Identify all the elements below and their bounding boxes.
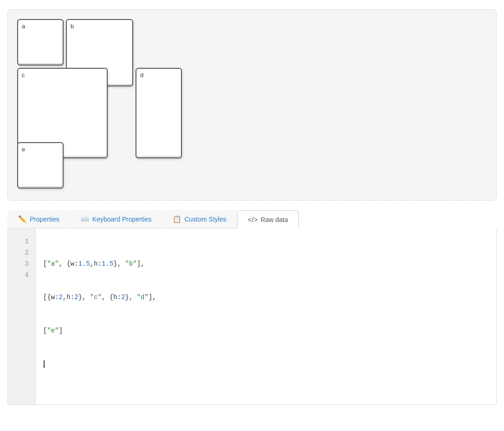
tab-properties[interactable]: ✏️ Properties: [7, 210, 70, 229]
key-layout: a b c d e: [17, 19, 184, 191]
line-number-4: 4: [8, 269, 35, 281]
code-line-4: [43, 359, 489, 370]
key-c-label: c: [22, 72, 25, 78]
line-number-1: 1: [8, 236, 35, 247]
code-line-3: ["e"]: [43, 325, 489, 336]
tab-custom-styles-label: Custom Styles: [184, 216, 226, 223]
line-number-3: 3: [8, 258, 35, 269]
tab-custom-styles[interactable]: 📋 Custom Styles: [162, 210, 237, 229]
keyboard-icon: ⌨️: [81, 215, 90, 223]
key-b-label: b: [71, 23, 74, 30]
properties-icon: ✏️: [18, 215, 27, 223]
tab-keyboard-properties[interactable]: ⌨️ Keyboard Properties: [70, 210, 162, 229]
tab-properties-label: Properties: [30, 216, 59, 223]
key-d[interactable]: d: [136, 68, 182, 158]
key-e[interactable]: e: [17, 142, 64, 189]
raw-data-icon: </>: [248, 216, 258, 223]
key-e-label: e: [22, 146, 25, 153]
line-numbers: 1 2 3 4: [8, 229, 36, 405]
tabs-bar: ✏️ Properties ⌨️ Keyboard Properties 📋 C…: [0, 210, 504, 229]
code-line-1: ["a", {w:1.5,h:1.5}, "b"],: [43, 258, 489, 269]
code-line-2: [{w:2,h:2}, "c", {h:2}, "d"],: [43, 292, 489, 303]
code-editor-content[interactable]: ["a", {w:1.5,h:1.5}, "b"], [{w:2,h:2}, "…: [36, 229, 496, 405]
line-number-2: 2: [8, 247, 35, 258]
key-a-label: a: [22, 23, 25, 30]
tab-raw-data-label: Raw data: [260, 216, 288, 223]
tab-raw-data[interactable]: </> Raw data: [237, 210, 299, 229]
code-editor: 1 2 3 4 ["a", {w:1.5,h:1.5}, "b"], [{w:2…: [7, 229, 497, 405]
keyboard-preview: a b c d e: [7, 9, 497, 201]
key-a[interactable]: a: [17, 19, 64, 65]
custom-styles-icon: 📋: [173, 215, 181, 223]
tab-keyboard-properties-label: Keyboard Properties: [92, 216, 152, 223]
key-d-label: d: [140, 72, 143, 78]
